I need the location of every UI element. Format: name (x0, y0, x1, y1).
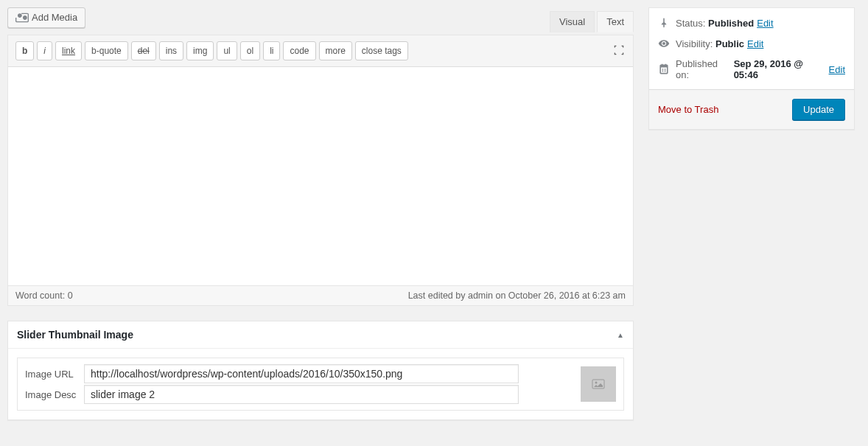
published-value: Sep 29, 2016 @ 05:46 (734, 58, 826, 80)
qt-closetags-button[interactable]: close tags (355, 41, 408, 60)
publish-metabox: Status: Published Edit Visibility: Publi… (648, 7, 855, 130)
qt-img-button[interactable]: img (186, 41, 214, 60)
visibility-value: Public (715, 38, 744, 49)
image-desc-label: Image Desc (25, 389, 84, 400)
last-edited-label: Last edited by admin on October 26, 2016… (408, 290, 626, 301)
editor-status-bar: Word count: 0 Last edited by admin on Oc… (8, 285, 633, 305)
visibility-edit-link[interactable]: Edit (747, 38, 763, 49)
image-url-input[interactable] (84, 364, 519, 383)
qt-del-button[interactable]: del (131, 41, 156, 60)
thumbnail-preview (581, 366, 616, 402)
status-value: Published (708, 18, 754, 29)
eye-icon (658, 38, 670, 49)
quicktags-toolbar: b i link b-quote del ins img ul ol li co… (8, 35, 633, 67)
qt-bold-button[interactable]: b (15, 41, 34, 60)
status-edit-link[interactable]: Edit (757, 18, 773, 29)
qt-ins-button[interactable]: ins (159, 41, 183, 60)
svg-rect-0 (592, 380, 604, 388)
word-count-label: Word count: 0 (15, 290, 73, 301)
svg-point-1 (595, 382, 598, 384)
slider-thumbnail-metabox: Slider Thumbnail Image ▲ Image URL Image… (7, 321, 634, 420)
metabox-toggle-icon[interactable]: ▲ (617, 331, 624, 339)
editor-container: b i link b-quote del ins img ul ol li co… (7, 35, 634, 306)
image-url-label: Image URL (25, 369, 84, 380)
qt-link-button[interactable]: link (55, 41, 82, 60)
content-textarea[interactable] (8, 67, 633, 285)
move-to-trash-link[interactable]: Move to Trash (658, 104, 718, 115)
qt-code-button[interactable]: code (283, 41, 315, 60)
editor-tab-visual[interactable]: Visual (550, 11, 595, 32)
qt-ol-button[interactable]: ol (240, 41, 260, 60)
status-label: Status: (676, 18, 705, 29)
qt-more-button[interactable]: more (319, 41, 352, 60)
qt-li-button[interactable]: li (263, 41, 280, 60)
pin-icon (658, 17, 670, 29)
qt-ul-button[interactable]: ul (217, 41, 237, 60)
image-desc-input[interactable] (84, 385, 519, 404)
qt-bquote-button[interactable]: b-quote (85, 41, 128, 60)
published-edit-link[interactable]: Edit (829, 64, 845, 75)
published-label: Published on: (676, 58, 731, 80)
fullscreen-icon[interactable] (612, 43, 626, 59)
qt-italic-button[interactable]: i (37, 41, 52, 60)
calendar-icon (658, 63, 670, 75)
visibility-label: Visibility: (676, 38, 713, 49)
update-button[interactable]: Update (792, 99, 845, 120)
editor-tab-text[interactable]: Text (597, 11, 634, 32)
metabox-title: Slider Thumbnail Image (17, 329, 133, 341)
